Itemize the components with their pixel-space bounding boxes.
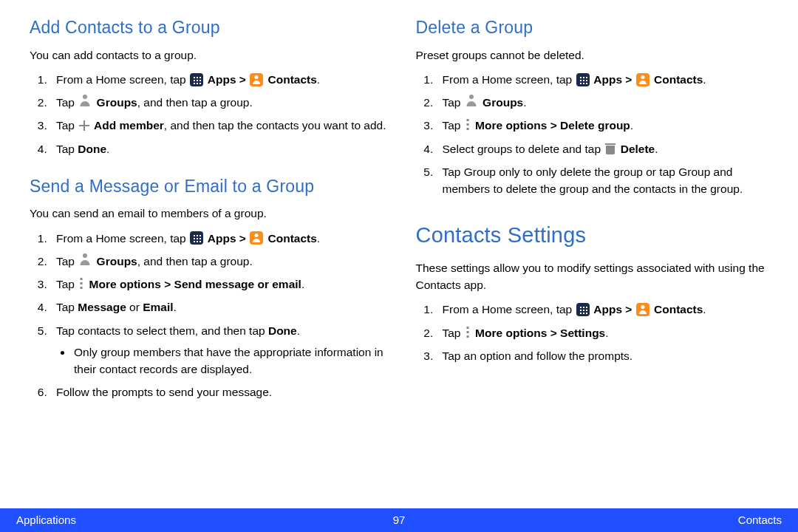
section-contacts-settings: Contacts Settings These settings allow y…	[416, 219, 777, 364]
steps-list: From a Home screen, tap Apps > Contacts.…	[416, 71, 777, 198]
section-add-contacts: Add Contacts to a Group You can add cont…	[30, 15, 390, 157]
step: Tap Groups.	[437, 94, 777, 111]
steps-list: From a Home screen, tap Apps > Contacts.…	[416, 301, 777, 364]
intro-text: You can add contacts to a group.	[30, 47, 390, 64]
heading: Delete a Group	[416, 15, 777, 41]
apps-icon	[190, 231, 203, 245]
left-column: Add Contacts to a Group You can add cont…	[30, 15, 390, 502]
contacts-icon	[250, 73, 263, 86]
footer-right: Contacts	[738, 512, 782, 529]
apps-icon	[576, 73, 590, 86]
step: From a Home screen, tap Apps > Contacts.	[437, 71, 777, 88]
contacts-icon	[636, 73, 649, 86]
steps-list: From a Home screen, tap Apps > Contacts.…	[30, 230, 390, 401]
person-icon	[78, 95, 92, 106]
footer-bar: Applications 97 Contacts	[0, 508, 798, 532]
intro-text: These settings allow you to modify setti…	[416, 259, 777, 294]
step: Tap Groups, and then tap a group.	[50, 253, 390, 270]
step: From a Home screen, tap Apps > Contacts.	[50, 230, 390, 247]
apps-icon	[190, 73, 203, 86]
page-number: 97	[393, 512, 406, 529]
apps-icon	[576, 303, 590, 316]
step: Tap Group only to only delete the group …	[437, 163, 777, 198]
section-delete-group: Delete a Group Preset groups cannot be d…	[416, 15, 777, 197]
steps-list: From a Home screen, tap Apps > Contacts.…	[30, 71, 390, 157]
heading: Send a Message or Email to a Group	[30, 174, 390, 200]
footer-left: Applications	[16, 512, 76, 529]
step: Tap contacts to select them, and then ta…	[50, 322, 390, 378]
more-icon	[79, 277, 83, 290]
contacts-icon	[250, 231, 263, 245]
step: Follow the prompts to send your message.	[50, 383, 390, 400]
step: Tap More options > Send message or email…	[50, 276, 390, 293]
heading: Add Contacts to a Group	[30, 15, 390, 41]
step: From a Home screen, tap Apps > Contacts.	[50, 71, 390, 88]
section-send-message: Send a Message or Email to a Group You c…	[30, 174, 390, 401]
bullet-list: Only group members that have the appropr…	[56, 344, 390, 378]
more-icon	[466, 326, 470, 339]
step: Tap an option and follow the prompts.	[437, 347, 777, 364]
step: Tap Add member, and then tap the contact…	[50, 117, 390, 134]
contacts-icon	[636, 303, 649, 316]
step: Select groups to delete and tap Delete.	[437, 140, 777, 157]
right-column: Delete a Group Preset groups cannot be d…	[416, 15, 777, 502]
heading-large: Contacts Settings	[416, 219, 777, 252]
bullet: Only group members that have the appropr…	[72, 344, 390, 378]
step: Tap Message or Email.	[50, 299, 390, 316]
step: Tap More options > Settings.	[437, 324, 777, 341]
step: Tap More options > Delete group.	[437, 117, 777, 134]
intro-text: Preset groups cannot be deleted.	[416, 47, 777, 64]
trash-icon	[605, 143, 615, 154]
more-icon	[466, 118, 470, 132]
plus-icon	[79, 120, 89, 131]
step: From a Home screen, tap Apps > Contacts.	[437, 301, 777, 318]
intro-text: You can send an email to members of a gr…	[30, 205, 390, 222]
page-body: Add Contacts to a Group You can add cont…	[0, 0, 798, 502]
person-icon	[465, 95, 478, 106]
step: Tap Done.	[50, 140, 390, 157]
person-icon	[78, 253, 92, 265]
step: Tap Groups, and then tap a group.	[50, 94, 390, 111]
